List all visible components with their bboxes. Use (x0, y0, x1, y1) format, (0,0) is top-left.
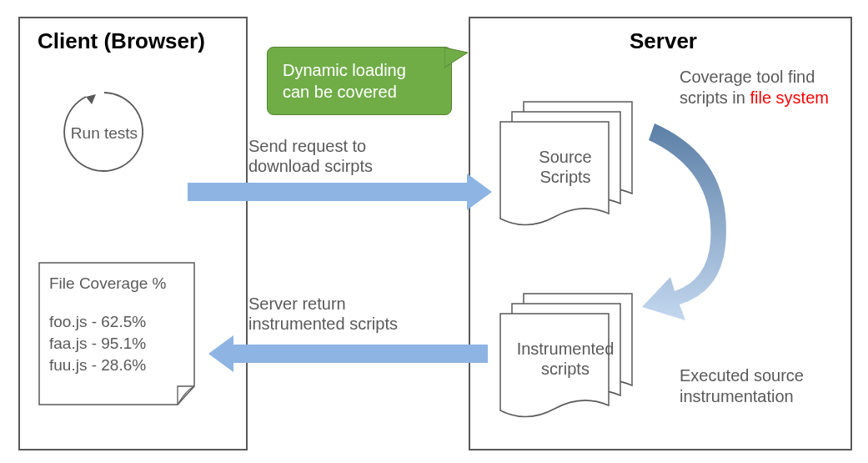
side-text-span: scripts in (680, 88, 750, 107)
stack-label-line: Source (499, 147, 632, 167)
svg-marker-0 (86, 94, 96, 104)
source-scripts-stack: Source Scripts (499, 100, 632, 229)
executed-instrumentation-text: Executed source instrumentation (680, 365, 804, 407)
svg-marker-1 (444, 48, 468, 68)
callout-line: can be covered (283, 81, 436, 103)
coverage-note-text: File Coverage % foo.js - 62.5% faa.js - … (49, 273, 184, 376)
coverage-row: fuu.js - 28.6% (49, 355, 184, 376)
stack-label-line: scripts (499, 359, 632, 379)
coverage-note: File Coverage % foo.js - 62.5% faa.js - … (38, 261, 196, 403)
arrow1-label-line: download scirpts (248, 156, 373, 176)
side-text-line: instrumentation (680, 386, 804, 407)
coverage-tool-text: Coverage tool find scripts in file syste… (680, 67, 829, 108)
side-text-line: Coverage tool find (680, 67, 829, 88)
source-scripts-label: Source Scripts (499, 147, 632, 187)
coverage-row: foo.js - 62.5% (49, 311, 184, 333)
dynamic-loading-callout: Dynamic loading can be covered (267, 47, 452, 115)
instrumented-scripts-label: Instrumented scripts (499, 339, 632, 379)
callout-line: Dynamic loading (283, 59, 436, 81)
instrumented-scripts-stack: Instrumented scripts (499, 292, 632, 421)
diagram-stage: Client (Browser) Server Run tests File C… (0, 0, 868, 463)
coverage-row: faa.js - 95.1% (49, 333, 184, 355)
file-system-red: file system (750, 88, 828, 107)
server-header: Server (630, 28, 697, 54)
arrow2-label-line: instrumented scripts (248, 314, 398, 334)
curve-arrow-instrumentation (634, 117, 742, 334)
stack-label-line: Instrumented (499, 339, 632, 359)
coverage-title: File Coverage % (49, 273, 184, 294)
arrow2-label: Server return instrumented scripts (248, 294, 398, 334)
client-header: Client (Browser) (38, 28, 205, 54)
arrow1-label-line: Send request to (248, 136, 373, 156)
arrow1-label: Send request to download scirpts (248, 136, 373, 176)
arrow2-label-line: Server return (248, 294, 398, 314)
callout-tail-icon (444, 48, 469, 73)
arrow-client-to-server (188, 183, 492, 210)
run-tests-cycle: Run tests (58, 86, 150, 178)
side-text-line: scripts in file system (680, 88, 829, 108)
arrow-server-to-client (208, 345, 488, 372)
stack-label-line: Scripts (499, 167, 632, 187)
run-tests-label: Run tests (58, 124, 150, 143)
side-text-line: Executed source (680, 365, 804, 386)
